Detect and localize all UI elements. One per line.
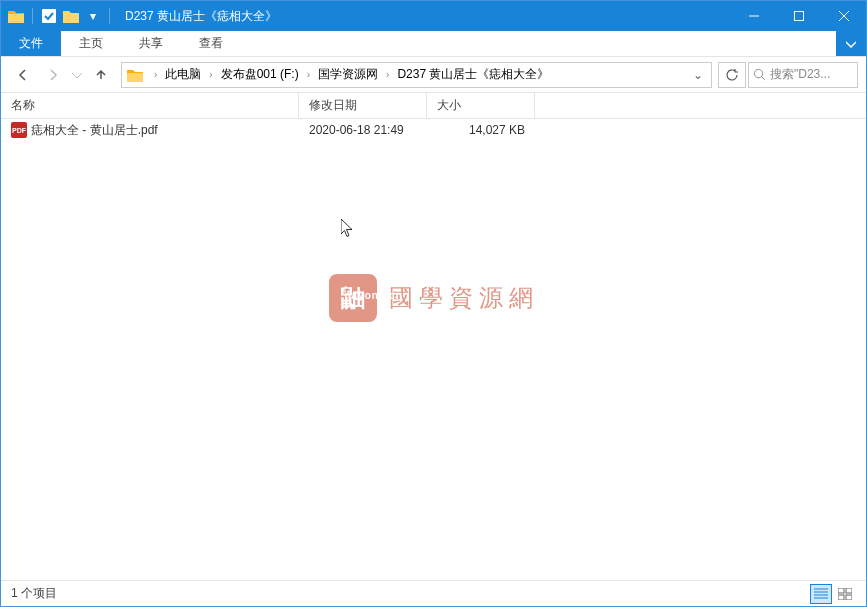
folder-icon <box>126 68 144 82</box>
crumb-drive[interactable]: 发布盘001 (F:) <box>217 64 303 85</box>
window-title: D237 黄山居士《痣相大全》 <box>119 8 731 25</box>
column-date[interactable]: 修改日期 <box>299 93 427 118</box>
forward-button[interactable] <box>39 61 67 89</box>
minimize-button[interactable] <box>731 1 776 31</box>
chevron-right-icon[interactable]: › <box>307 69 310 80</box>
pdf-icon: PDF <box>11 122 27 138</box>
column-size[interactable]: 大小 <box>427 93 535 118</box>
tab-share[interactable]: 共享 <box>121 31 181 56</box>
file-row[interactable]: PDF 痣相大全 - 黄山居士.pdf 2020-06-18 21:49 14,… <box>1 119 866 141</box>
svg-rect-1 <box>794 12 803 21</box>
cursor-icon <box>341 219 355 239</box>
file-size: 14,027 KB <box>427 123 535 137</box>
column-name[interactable]: 名称 <box>1 93 299 118</box>
svg-rect-5 <box>838 595 844 600</box>
svg-rect-3 <box>838 588 844 593</box>
watermark-text: 國學資源網 <box>389 282 539 314</box>
crumb-pc[interactable]: 此电脑 <box>161 64 205 85</box>
svg-point-2 <box>754 69 762 77</box>
maximize-button[interactable] <box>776 1 821 31</box>
search-icon <box>753 68 766 81</box>
tab-view[interactable]: 查看 <box>181 31 241 56</box>
folder-icon <box>7 7 25 25</box>
up-button[interactable] <box>87 61 115 89</box>
search-input[interactable]: 搜索"D23... <box>748 62 858 88</box>
window-controls <box>731 1 866 31</box>
back-button[interactable] <box>9 61 37 89</box>
titlebar: ▾ D237 黄山居士《痣相大全》 <box>1 1 866 31</box>
file-name: 痣相大全 - 黄山居士.pdf <box>31 122 158 139</box>
addressbar: › 此电脑 › 发布盘001 (F:) › 国学资源网 › D237 黄山居士《… <box>1 57 866 93</box>
item-count: 1 个项目 <box>11 585 57 602</box>
search-placeholder: 搜索"D23... <box>770 66 830 83</box>
file-list: PDF 痣相大全 - 黄山居士.pdf 2020-06-18 21:49 14,… <box>1 119 866 580</box>
watermark: 鼬 nayona.cn 國學資源網 <box>329 274 539 322</box>
refresh-button[interactable] <box>718 62 746 88</box>
svg-rect-4 <box>846 588 852 593</box>
close-button[interactable] <box>821 1 866 31</box>
chevron-down-icon[interactable]: ⌄ <box>689 68 707 82</box>
svg-rect-6 <box>846 595 852 600</box>
ribbon-expand-button[interactable] <box>836 31 866 56</box>
chevron-right-icon[interactable]: › <box>209 69 212 80</box>
crumb-folder1[interactable]: 国学资源网 <box>314 64 382 85</box>
quick-access-toolbar: ▾ <box>1 7 119 25</box>
file-tab[interactable]: 文件 <box>1 31 61 56</box>
view-details-button[interactable] <box>810 584 832 604</box>
file-date: 2020-06-18 21:49 <box>299 123 427 137</box>
tab-home[interactable]: 主页 <box>61 31 121 56</box>
ribbon-tabs: 文件 主页 共享 查看 <box>1 31 866 57</box>
checkbox-icon[interactable] <box>40 7 58 25</box>
watermark-badge: 鼬 nayona.cn <box>329 274 377 322</box>
address-box[interactable]: › 此电脑 › 发布盘001 (F:) › 国学资源网 › D237 黄山居士《… <box>121 62 712 88</box>
chevron-right-icon[interactable]: › <box>154 69 157 80</box>
statusbar: 1 个项目 <box>1 580 866 606</box>
svg-rect-0 <box>42 9 56 23</box>
breadcrumb: › 此电脑 › 发布盘001 (F:) › 国学资源网 › D237 黄山居士《… <box>150 64 553 85</box>
crumb-folder2[interactable]: D237 黄山居士《痣相大全》 <box>393 64 553 85</box>
chevron-right-icon[interactable]: › <box>386 69 389 80</box>
view-icons-button[interactable] <box>834 584 856 604</box>
overflow-icon[interactable]: ▾ <box>84 7 102 25</box>
columns-header: 名称 修改日期 大小 <box>1 93 866 119</box>
recent-dropdown[interactable] <box>69 61 85 89</box>
folder-icon-2[interactable] <box>62 7 80 25</box>
